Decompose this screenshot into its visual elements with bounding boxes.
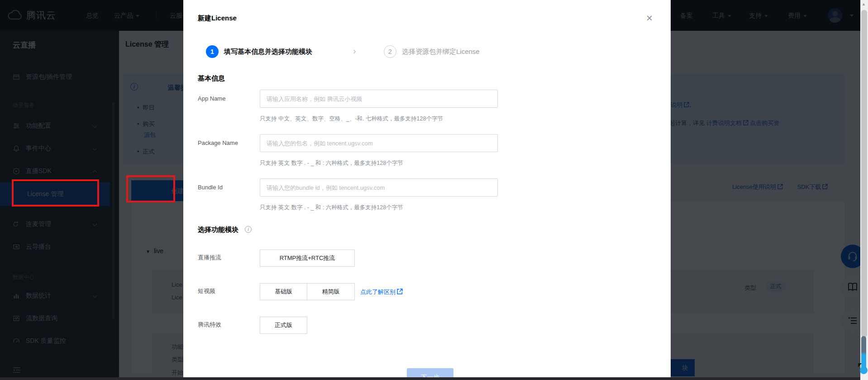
browser-scrollbar[interactable]: ▲ (860, 0, 868, 380)
annotation-box-license-menu (12, 179, 99, 207)
bundle-id-label: Bundle Id (198, 178, 257, 197)
package-name-label: Package Name (198, 134, 257, 152)
app-name-hint: 只支持 中文、英文、数字、空格、_、-和. 七种格式，最多支持128个字节 (260, 115, 443, 123)
difference-link[interactable]: 点此了解区别 (360, 289, 396, 295)
module-info-icon[interactable]: i (245, 226, 252, 233)
close-icon[interactable]: × (646, 13, 653, 24)
basic-info-section-title: 基本信息 (198, 74, 225, 83)
package-name-input[interactable] (260, 134, 498, 152)
live-push-label: 直播推流 (198, 249, 257, 266)
app-name-input[interactable] (260, 90, 498, 108)
annotation-box-create-button (126, 175, 175, 202)
module-section-title: 选择功能模块 (198, 226, 238, 234)
external-link-icon (397, 289, 403, 294)
cursor-indicator (858, 336, 868, 379)
screen: 腾讯云 总览 云产品 云服务 备案 工具 支持 费用 云直播 资源包/插件管理 … (0, 0, 868, 380)
bundle-id-input[interactable] (260, 178, 498, 197)
lite-edition-option-button[interactable]: 精简版 (307, 283, 355, 300)
rtmp-rtc-option-button[interactable]: RTMP推流+RTC推流 (260, 250, 355, 267)
step-2-label: 选择资源包并绑定License (402, 48, 480, 56)
scroll-up-arrow-icon[interactable]: ▲ (862, 2, 866, 6)
basic-edition-option-button[interactable]: 基础版 (260, 283, 307, 300)
step-1-label: 填写基本信息并选择功能模块 (224, 48, 312, 56)
official-edition-option-button[interactable]: 正式版 (260, 317, 307, 334)
package-name-hint: 只支持 英文 数字 . - _ 和 : 六种格式，最多支持128个字节 (260, 159, 403, 167)
bundle-id-hint: 只支持 英文 数字 . - _ 和 : 六种格式，最多支持128个字节 (260, 204, 403, 212)
step-2-indicator: 2 (384, 45, 396, 58)
step-1-indicator: 1 (206, 45, 219, 58)
short-video-label: 短视频 (198, 283, 257, 300)
scrollbar-thumb[interactable] (861, 10, 867, 337)
step-chevron-right-icon: › (353, 46, 356, 56)
app-name-label: App Name (198, 90, 257, 108)
modal-title: 新建License (198, 14, 237, 23)
new-license-modal: 新建License × 1 填写基本信息并选择功能模块 › 2 选择资源包并绑定… (183, 0, 671, 380)
difference-link-wrap: 点此了解区别 (360, 288, 403, 296)
bottom-edge-strip (0, 377, 860, 380)
tencent-effect-label: 腾讯特效 (198, 316, 257, 333)
